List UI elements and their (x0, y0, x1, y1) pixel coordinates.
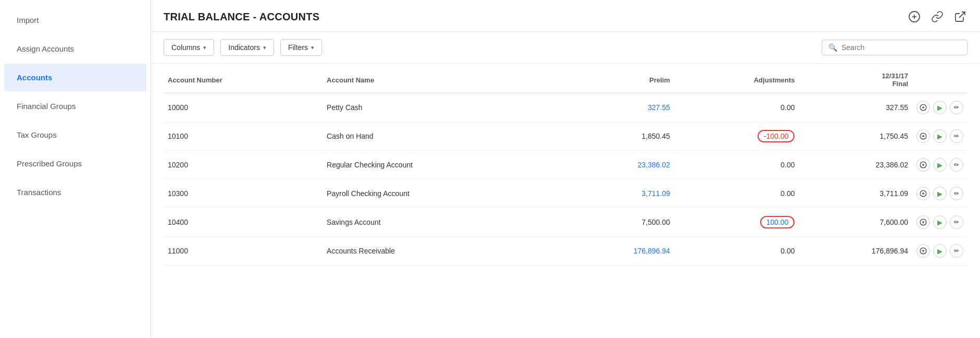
table-row: 10100Cash on Hand1,850.45-100.001,750.45… (164, 122, 967, 151)
flag-row-button[interactable]: ▶ (933, 187, 947, 200)
pencil-icon: ✏ (954, 132, 959, 140)
svg-line-3 (959, 12, 965, 18)
flag-row-button[interactable]: ▶ (933, 158, 947, 172)
col-final: 12/31/17 Final (799, 64, 912, 93)
account-name-cell: Payroll Checking Account (322, 179, 561, 208)
edit-row-button[interactable]: ✏ (950, 215, 963, 229)
sidebar-item-tax-groups[interactable]: Tax Groups (4, 121, 146, 149)
edit-row-button[interactable]: ✏ (950, 158, 963, 172)
row-actions-cell: ▶ ✏ (912, 208, 967, 237)
search-box: 🔍 (822, 40, 967, 55)
prelim-cell: 327.55 (561, 93, 675, 122)
row-actions-cell: ▶ ✏ (912, 93, 967, 122)
account-number-cell: 10100 (164, 122, 322, 151)
filters-chevron-icon: ▾ (311, 44, 314, 51)
add-row-button[interactable] (916, 129, 930, 143)
adjustments-cell: 100.00 (674, 208, 799, 237)
row-actions: ▶ ✏ (916, 187, 963, 200)
sidebar-item-financial-groups[interactable]: Financial Groups (4, 92, 146, 120)
link-icon[interactable] (930, 9, 945, 24)
search-icon: 🔍 (828, 43, 837, 52)
account-number-cell: 10200 (164, 151, 322, 179)
adjustments-cell: -100.00 (674, 122, 799, 151)
final-cell: 1,750.45 (799, 122, 912, 151)
circled-positive-value: 100.00 (760, 216, 795, 228)
row-actions: ▶ ✏ (916, 129, 963, 143)
account-number-cell: 11000 (164, 237, 322, 265)
flag-row-button[interactable]: ▶ (933, 129, 947, 143)
edit-row-button[interactable]: ✏ (950, 129, 963, 143)
sidebar-item-import[interactable]: Import (4, 6, 146, 34)
sidebar-item-accounts[interactable]: Accounts (4, 64, 146, 91)
account-number-cell: 10400 (164, 208, 322, 237)
flag-icon: ▶ (937, 247, 942, 255)
row-actions: ▶ ✏ (916, 244, 963, 258)
final-cell: 7,600.00 (799, 208, 912, 237)
adjustments-cell: 0.00 (674, 151, 799, 179)
account-name-cell: Cash on Hand (322, 122, 561, 151)
toolbar: Columns ▾ Indicators ▾ Filters ▾ 🔍 (151, 32, 980, 64)
flag-row-button[interactable]: ▶ (933, 244, 947, 258)
pencil-icon: ✏ (954, 219, 959, 226)
prelim-cell: 176,896.94 (561, 237, 675, 265)
table-row: 10300Payroll Checking Account3,711.090.0… (164, 179, 967, 208)
indicators-button[interactable]: Indicators ▾ (220, 39, 274, 56)
account-name-cell: Petty Cash (322, 93, 561, 122)
pencil-icon: ✏ (954, 190, 959, 197)
col-adjustments: Adjustments (674, 64, 799, 93)
account-name-cell: Regular Checking Account (322, 151, 561, 179)
accounts-table: Account Number Account Name Prelim Adjus… (164, 64, 967, 265)
prelim-cell: 23,386.02 (561, 151, 675, 179)
flag-icon: ▶ (937, 132, 942, 140)
search-input[interactable] (841, 43, 961, 52)
col-prelim: Prelim (561, 64, 675, 93)
columns-chevron-icon: ▾ (203, 44, 206, 51)
edit-row-button[interactable]: ✏ (950, 244, 963, 258)
row-actions-cell: ▶ ✏ (912, 179, 967, 208)
final-cell: 327.55 (799, 93, 912, 122)
table-row: 11000Accounts Receivable176,896.940.0017… (164, 237, 967, 265)
prelim-cell: 7,500.00 (561, 208, 675, 237)
adjustments-cell: 0.00 (674, 179, 799, 208)
columns-button[interactable]: Columns ▾ (164, 39, 214, 56)
row-actions: ▶ ✏ (916, 215, 963, 229)
main-header: TRIAL BALANCE - ACCOUNTS (151, 0, 980, 32)
row-actions-cell: ▶ ✏ (912, 122, 967, 151)
pencil-icon: ✏ (954, 247, 959, 255)
edit-row-button[interactable]: ✏ (950, 187, 963, 200)
edit-row-button[interactable]: ✏ (950, 101, 963, 114)
table-row: 10000Petty Cash327.550.00327.55 ▶ ✏ (164, 93, 967, 122)
adjustments-cell: 0.00 (674, 237, 799, 265)
account-number-cell: 10000 (164, 93, 322, 122)
page-title: TRIAL BALANCE - ACCOUNTS (164, 11, 319, 23)
flag-icon: ▶ (937, 161, 942, 169)
sidebar-item-transactions[interactable]: Transactions (4, 178, 146, 206)
sidebar-item-assign-accounts[interactable]: Assign Accounts (4, 35, 146, 63)
pencil-icon: ✏ (954, 104, 959, 111)
flag-icon: ▶ (937, 104, 942, 112)
filters-button[interactable]: Filters ▾ (280, 39, 322, 56)
flag-row-button[interactable]: ▶ (933, 101, 947, 114)
col-account-number: Account Number (164, 64, 322, 93)
row-actions: ▶ ✏ (916, 158, 963, 172)
add-row-button[interactable] (916, 187, 930, 200)
sidebar: ImportAssign AccountsAccountsFinancial G… (0, 0, 151, 338)
flag-row-button[interactable]: ▶ (933, 215, 947, 229)
add-row-button[interactable] (916, 101, 930, 114)
add-row-button[interactable] (916, 244, 930, 258)
prelim-cell: 1,850.45 (561, 122, 675, 151)
add-row-button[interactable] (916, 158, 930, 172)
add-icon[interactable] (907, 9, 922, 24)
circled-negative-value: -100.00 (758, 130, 795, 142)
indicators-chevron-icon: ▾ (263, 44, 266, 51)
account-name-cell: Savings Account (322, 208, 561, 237)
external-link-icon[interactable] (953, 9, 967, 24)
account-number-cell: 10300 (164, 179, 322, 208)
final-cell: 23,386.02 (799, 151, 912, 179)
col-actions (912, 64, 967, 93)
add-row-button[interactable] (916, 215, 930, 229)
flag-icon: ▶ (937, 190, 942, 198)
sidebar-item-prescribed-groups[interactable]: Prescribed Groups (4, 150, 146, 177)
header-icons (907, 9, 967, 24)
final-cell: 3,711.09 (799, 179, 912, 208)
